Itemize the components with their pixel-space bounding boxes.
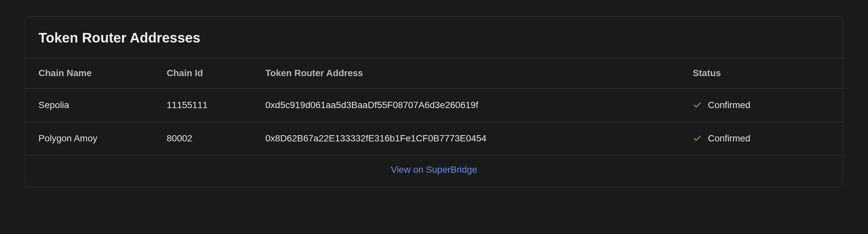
table-row: Polygon Amoy 80002 0x8D62B67a22E133332fE… — [25, 122, 843, 155]
check-icon — [693, 134, 702, 143]
token-router-card: Token Router Addresses Chain Name Chain … — [25, 17, 843, 187]
addresses-table: Chain Name Chain Id Token Router Address… — [25, 58, 843, 155]
status-label: Confirmed — [708, 133, 750, 144]
status-label: Confirmed — [708, 100, 750, 110]
cell-status: Confirmed — [693, 89, 843, 122]
card-title: Token Router Addresses — [25, 17, 843, 58]
cell-chain-id: 11155111 — [167, 89, 265, 122]
cell-chain-name: Sepolia — [25, 89, 167, 122]
check-icon — [693, 101, 702, 110]
cell-chain-id: 80002 — [167, 122, 265, 155]
cell-status: Confirmed — [693, 122, 843, 155]
cell-address: 0x8D62B67a22E133332fE316b1Fe1CF0B7773E04… — [265, 122, 693, 155]
header-chain-name: Chain Name — [25, 58, 167, 89]
header-chain-id: Chain Id — [167, 58, 265, 89]
header-address: Token Router Address — [265, 58, 693, 89]
table-header-row: Chain Name Chain Id Token Router Address… — [25, 58, 843, 89]
header-status: Status — [693, 58, 843, 89]
card-footer: View on SuperBridge — [25, 155, 843, 187]
table-row: Sepolia 11155111 0xd5c919d061aa5d3BaaDf5… — [25, 89, 843, 122]
cell-chain-name: Polygon Amoy — [25, 122, 167, 155]
cell-address: 0xd5c919d061aa5d3BaaDf55F08707A6d3e26061… — [265, 89, 693, 122]
view-superbridge-link[interactable]: View on SuperBridge — [391, 164, 477, 175]
